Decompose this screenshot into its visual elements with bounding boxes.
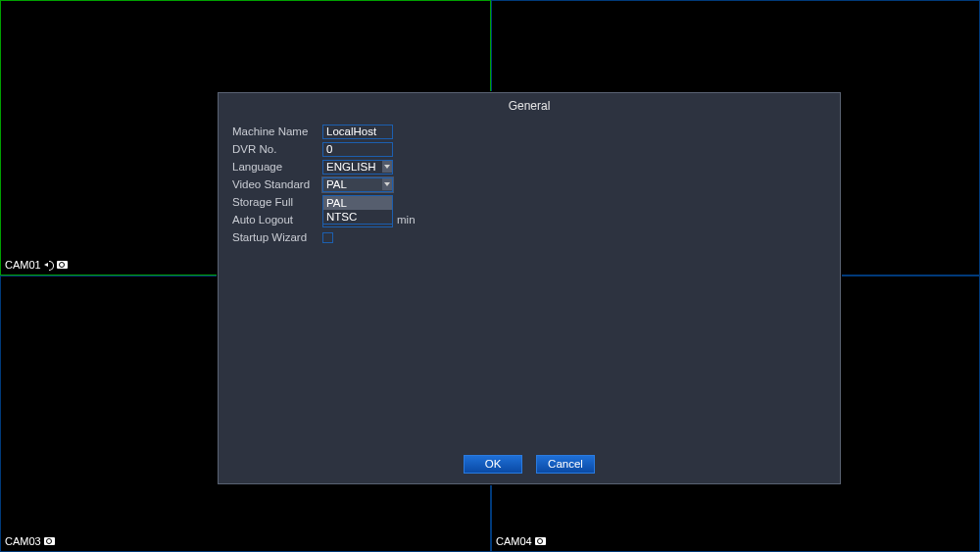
language-value: ENGLISH [326, 161, 376, 173]
label-auto-logout: Auto Logout [232, 214, 322, 226]
cancel-button[interactable]: Cancel [536, 455, 595, 474]
machine-name-input[interactable]: LocalHost [322, 125, 393, 139]
settings-form: Machine Name LocalHost DVR No. 0 Languag… [219, 123, 840, 246]
camera-label-4: CAM04 [496, 535, 546, 547]
language-select[interactable]: ENGLISH [322, 160, 393, 175]
video-standard-option-ntsc[interactable]: NTSC [323, 210, 392, 224]
camera-icon [44, 537, 55, 545]
ok-button[interactable]: OK [464, 455, 522, 474]
label-dvr-no: DVR No. [232, 143, 322, 155]
dialog-buttons: OK Cancel [219, 455, 840, 474]
chevron-down-icon [382, 178, 392, 190]
camera-name-4: CAM04 [496, 535, 532, 547]
camera-label-1: CAM01 [5, 259, 68, 271]
label-startup-wizard: Startup Wizard [232, 231, 322, 243]
video-standard-dropdown[interactable]: PAL NTSC [322, 195, 393, 225]
label-storage-full: Storage Full [232, 196, 322, 208]
video-standard-value: PAL [326, 178, 347, 190]
camera-icon [535, 537, 546, 545]
camera-label-3: CAM03 [5, 535, 55, 547]
video-standard-select[interactable]: PAL [322, 177, 393, 192]
label-language: Language [232, 161, 322, 173]
startup-wizard-checkbox[interactable] [322, 232, 333, 243]
auto-logout-unit: min [397, 214, 416, 226]
camera-name-3: CAM03 [5, 535, 41, 547]
label-machine-name: Machine Name [232, 125, 322, 137]
dialog-title: General [219, 93, 840, 123]
video-standard-option-pal[interactable]: PAL [323, 196, 392, 210]
label-video-standard: Video Standard [232, 178, 322, 190]
row-startup-wizard: Startup Wizard [232, 228, 826, 246]
row-language: Language ENGLISH [232, 158, 826, 176]
speaker-icon [44, 261, 54, 269]
row-machine-name: Machine Name LocalHost [232, 123, 826, 140]
dvr-no-input[interactable]: 0 [322, 142, 393, 157]
general-settings-dialog: General Machine Name LocalHost DVR No. 0… [218, 92, 841, 484]
camera-name-1: CAM01 [5, 259, 41, 271]
row-auto-logout: Auto Logout min [232, 211, 826, 228]
row-dvr-no: DVR No. 0 [232, 140, 826, 158]
chevron-down-icon [382, 161, 392, 173]
row-storage-full: Storage Full [232, 193, 826, 211]
camera-icon [57, 261, 68, 269]
row-video-standard: Video Standard PAL [232, 176, 826, 193]
